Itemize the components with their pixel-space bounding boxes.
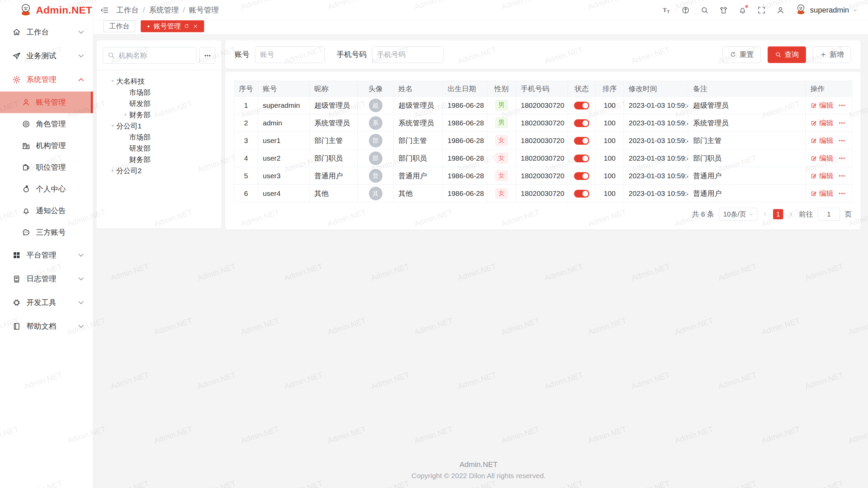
caret-right-icon[interactable] [109, 167, 116, 175]
tree-node-研发部[interactable]: 研发部 [100, 143, 218, 154]
edit-button[interactable]: 编辑 [810, 154, 833, 163]
column-header: 排序 [596, 81, 624, 97]
tree-node-市场部[interactable]: 市场部 [100, 87, 218, 98]
account-cell: user2 [258, 149, 310, 167]
tab-workbench[interactable]: 工作台 [103, 20, 135, 32]
tab-account-mgmt[interactable]: 账号管理 [141, 20, 204, 32]
edit-button[interactable]: 编辑 [810, 189, 833, 198]
goto-page-input[interactable] [818, 208, 840, 221]
chevron-down-icon [77, 322, 85, 331]
avatar-cell: 其 [358, 185, 394, 202]
reset-button[interactable]: 重置 [723, 46, 761, 63]
page-size-select[interactable]: 10条/页 [719, 208, 757, 221]
tree-node-研发部[interactable]: 研发部 [100, 98, 218, 109]
tree-node-财务部[interactable]: 财务部 [100, 154, 218, 165]
gender-badge: 女 [495, 170, 508, 181]
name-cell: 其他 [394, 185, 443, 202]
pagination: 共 6 条 10条/页 1 前往 页 [234, 208, 852, 221]
sidebar-item-label: 通知公告 [36, 206, 66, 216]
nickname-cell: 其他 [310, 185, 358, 202]
notification-icon[interactable] [738, 6, 747, 15]
sidebar-item-label: 职位管理 [36, 162, 66, 172]
edit-button[interactable]: 编辑 [810, 101, 833, 110]
sidebar-item-workbench[interactable]: 工作台 [0, 20, 93, 44]
status-toggle[interactable] [574, 102, 589, 109]
row-more-button[interactable] [838, 102, 846, 109]
sidebar-item-label: 机构管理 [36, 141, 66, 151]
tree-node-分公司1[interactable]: 分公司1 [100, 120, 218, 131]
sidebar-item-platform-mgmt[interactable]: 平台管理 [0, 243, 93, 267]
tree-node-分公司2[interactable]: 分公司2 [100, 165, 218, 176]
footer-copyright: Copyright © 2022 Dilon All rights reserv… [97, 472, 861, 480]
edit-label: 编辑 [819, 171, 833, 181]
breadcrumb-item-system-mgmt[interactable]: 系统管理 [149, 5, 179, 15]
sidebar-item-system-mgmt[interactable]: 系统管理 [0, 68, 93, 92]
sidebar-item-org-mgmt[interactable]: 机构管理 [0, 135, 93, 157]
sidebar-item-account-mgmt[interactable]: 账号管理 [0, 92, 93, 113]
page-1-button[interactable]: 1 [773, 209, 783, 219]
theme-icon[interactable] [719, 6, 728, 15]
breadcrumb: 工作台 / 系统管理 / 账号管理 [116, 5, 219, 15]
goto-label: 前往 [799, 209, 813, 219]
status-toggle[interactable] [574, 137, 589, 145]
fullscreen-icon[interactable] [757, 6, 766, 15]
tree-node-财务部[interactable]: 财务部 [100, 109, 218, 120]
app-logo[interactable]: Admin.NET [0, 0, 93, 20]
tab-refresh-icon[interactable] [184, 23, 190, 29]
language-icon[interactable] [681, 6, 690, 15]
sidebar-item-third-party-account[interactable]: 三方账号 [0, 222, 93, 243]
status-toggle[interactable] [574, 172, 589, 180]
phone-cell: 18020030720 [516, 114, 568, 132]
log-icon [12, 274, 21, 283]
user-menu[interactable]: superadmin [795, 3, 858, 17]
breadcrumb-item-account-mgmt[interactable]: 账号管理 [189, 5, 219, 15]
status-cell [568, 149, 596, 167]
collapse-menu-icon[interactable] [100, 6, 109, 15]
row-more-button[interactable] [838, 190, 846, 197]
prev-page-button[interactable] [762, 211, 768, 217]
row-more-button[interactable] [838, 119, 846, 127]
status-toggle[interactable] [574, 119, 589, 127]
modified-time-cell: 2023-01-03 10:59:44 [624, 97, 688, 114]
tab-close-icon[interactable] [193, 23, 198, 29]
font-size-icon[interactable]: TT [662, 6, 671, 15]
breadcrumb-item-workbench[interactable]: 工作台 [116, 5, 139, 15]
tree-more-button[interactable] [199, 47, 215, 64]
sidebar-item-position-mgmt[interactable]: 职位管理 [0, 157, 93, 178]
org-tree: 大名科技市场部研发部财务部分公司1市场部研发部财务部分公司2 [97, 70, 221, 182]
add-button[interactable]: 新增 [813, 46, 851, 63]
sidebar-item-personal-center[interactable]: 个人中心 [0, 178, 93, 200]
sidebar-item-role-mgmt[interactable]: 角色管理 [0, 113, 93, 135]
edit-button[interactable]: 编辑 [810, 171, 833, 181]
status-toggle[interactable] [574, 155, 589, 162]
sidebar-item-dev-tools[interactable]: 开发工具 [0, 291, 93, 314]
edit-button[interactable]: 编辑 [810, 118, 833, 128]
caret-right-icon[interactable] [122, 111, 129, 119]
status-toggle[interactable] [574, 190, 589, 198]
query-button[interactable]: 查询 [768, 46, 806, 63]
row-more-button[interactable] [838, 172, 846, 180]
nickname-cell: 系统管理员 [310, 114, 358, 132]
actions-cell: 编辑 [806, 97, 852, 114]
sidebar-item-help-docs[interactable]: 帮助文档 [0, 314, 93, 338]
next-page-button[interactable] [788, 211, 794, 217]
search-icon[interactable] [700, 6, 709, 15]
role-icon [22, 120, 31, 128]
sidebar-item-notice[interactable]: 通知公告 [0, 200, 93, 222]
profile-icon[interactable] [776, 6, 785, 15]
sidebar-item-log-mgmt[interactable]: 日志管理 [0, 267, 93, 291]
row-more-button[interactable] [838, 155, 846, 162]
phone-filter-input[interactable] [372, 46, 443, 63]
tree-node-大名科技[interactable]: 大名科技 [100, 76, 218, 87]
caret-down-icon[interactable] [109, 78, 116, 85]
docs-icon [12, 322, 21, 331]
edit-button[interactable]: 编辑 [810, 136, 833, 145]
account-filter-input[interactable] [255, 46, 324, 63]
column-header: 昵称 [310, 81, 358, 97]
row-more-button[interactable] [838, 137, 846, 144]
org-name-search-input[interactable] [103, 47, 196, 64]
sidebar-item-business-test[interactable]: 业务测试 [0, 44, 93, 68]
caret-down-icon[interactable] [109, 122, 116, 130]
tree-node-市场部[interactable]: 市场部 [100, 131, 218, 143]
remark-cell: 普通用户 [688, 185, 806, 202]
